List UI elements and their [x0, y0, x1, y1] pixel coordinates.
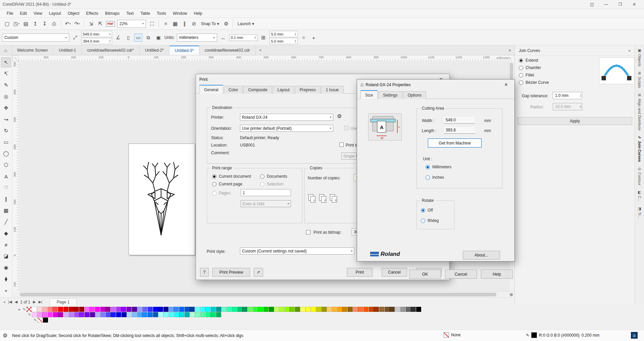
color-swatch[interactable]: [285, 307, 290, 312]
color-swatch[interactable]: [237, 307, 242, 312]
cancel-button[interactable]: Cancel: [382, 268, 407, 277]
show-rulers-icon[interactable]: ⌗: [161, 19, 170, 28]
color-swatch[interactable]: [185, 307, 190, 312]
cloud-upload-icon[interactable]: ↥: [31, 19, 40, 28]
open-icon[interactable]: ◳▾: [12, 19, 21, 28]
color-swatch[interactable]: [200, 307, 205, 312]
new-document-icon[interactable]: ▢: [3, 19, 11, 28]
spinner-icon[interactable]: ▴▾: [295, 40, 296, 43]
radio-icon[interactable]: [421, 219, 425, 223]
no-outline-swatch[interactable]: [38, 318, 43, 323]
color-swatch[interactable]: [132, 307, 137, 312]
current-page-button[interactable]: ▣: [154, 34, 162, 42]
color-swatch[interactable]: [42, 307, 47, 312]
color-swatch[interactable]: [137, 307, 142, 312]
artistic-media-tool[interactable]: ✎: [1, 80, 11, 90]
help-button[interactable]: ?: [200, 268, 209, 277]
color-swatch[interactable]: [85, 307, 90, 312]
radio-icon[interactable]: [260, 174, 264, 179]
color-swatch[interactable]: [58, 312, 63, 317]
options-gear-icon[interactable]: ⚙: [222, 19, 231, 28]
color-swatch[interactable]: [369, 307, 374, 312]
open-preview-icon[interactable]: ↗: [254, 268, 263, 277]
color-swatch[interactable]: [190, 307, 195, 312]
color-swatch[interactable]: [348, 307, 353, 312]
pages-field[interactable]: 1: [241, 189, 291, 196]
roland-tab-size[interactable]: Size: [360, 90, 378, 99]
zoom-tool[interactable]: ◎: [1, 92, 11, 102]
zoom-level-select[interactable]: 22%▾: [117, 20, 146, 28]
color-swatch[interactable]: [153, 307, 158, 312]
rotate-radio-off[interactable]: Off: [421, 208, 433, 213]
add-page-button[interactable]: +: [3, 300, 5, 304]
spiral-tool[interactable]: ↻: [1, 126, 11, 136]
doctab-0[interactable]: Welcome Screen: [12, 46, 53, 55]
color-swatch[interactable]: [137, 312, 142, 317]
color-swatch[interactable]: [132, 312, 137, 317]
color-swatch[interactable]: [290, 307, 295, 312]
color-swatch[interactable]: [385, 307, 390, 312]
color-swatch[interactable]: [390, 307, 395, 312]
color-swatch[interactable]: [148, 307, 153, 312]
color-swatch[interactable]: [48, 312, 53, 317]
orientation-select[interactable]: Use printer default (Portrait)▾: [240, 125, 333, 132]
ok-button[interactable]: OK: [409, 270, 441, 279]
menu-help[interactable]: Help: [191, 10, 206, 17]
color-swatch[interactable]: [163, 312, 168, 317]
color-swatch[interactable]: [53, 312, 58, 317]
menu-view[interactable]: View: [30, 10, 46, 17]
print-preview-button[interactable]: Print Preview: [212, 268, 250, 277]
radio-icon[interactable]: [212, 174, 216, 179]
menu-window[interactable]: Window: [169, 10, 191, 17]
doctab-4[interactable]: Untitled-3*: [169, 46, 199, 55]
color-swatch[interactable]: [163, 307, 168, 312]
smart-fill-tool[interactable]: ◆: [1, 228, 11, 238]
minimize-icon[interactable]: —: [599, 0, 613, 9]
radio-icon[interactable]: [426, 175, 430, 180]
interactive-fill-tool[interactable]: ⧫: [1, 274, 11, 284]
color-swatch[interactable]: [158, 307, 163, 312]
color-swatch[interactable]: [74, 307, 79, 312]
no-color-swatch[interactable]: [27, 307, 32, 312]
duplicate-y-field[interactable]: 5.0 mm▴▾: [269, 38, 298, 44]
pdf-icon[interactable]: PDF: [106, 21, 115, 26]
cutting-length-field[interactable]: 393.8: [444, 127, 475, 134]
last-page-button[interactable]: ▶|: [39, 300, 42, 304]
radio-icon[interactable]: [212, 191, 216, 195]
color-swatch[interactable]: [211, 307, 216, 312]
document-info-icon[interactable]: ▥: [631, 332, 638, 339]
color-swatch[interactable]: [100, 307, 105, 312]
menu-object[interactable]: Object: [64, 10, 83, 17]
radio-icon[interactable]: [519, 58, 523, 63]
print-as-bitmap-checkbox[interactable]: [306, 230, 310, 234]
color-swatch[interactable]: [42, 312, 47, 317]
pages-radio[interactable]: Pages:: [212, 191, 231, 195]
pan-tool[interactable]: ✥: [1, 103, 11, 113]
color-swatch[interactable]: [127, 312, 132, 317]
menu-text[interactable]: Text: [123, 10, 137, 17]
spinner-icon[interactable]: ▴▾: [109, 33, 110, 36]
color-swatch[interactable]: [395, 307, 400, 312]
parallel-drawing-tool[interactable]: ∥: [1, 194, 11, 204]
color-swatch[interactable]: [100, 312, 105, 317]
undo-icon[interactable]: ↶▾: [63, 19, 72, 28]
polygon-tool[interactable]: ⬠: [1, 160, 11, 170]
first-page-button[interactable]: |◀: [8, 300, 12, 304]
common-shapes-tool[interactable]: ♡: [1, 183, 11, 193]
side-tab-scripts[interactable]: ≣Scripts: [638, 71, 642, 88]
radio-icon[interactable]: [421, 208, 425, 213]
print-tab-color[interactable]: Color: [224, 86, 243, 94]
side-tab-objects[interactable]: ▣Objects: [638, 48, 642, 66]
color-swatch[interactable]: [105, 307, 110, 312]
print-icon[interactable]: ⎙: [50, 19, 58, 28]
nudge-field[interactable]: 0.1 mm▴▾: [229, 35, 257, 41]
shape-tool[interactable]: ↸: [1, 69, 11, 79]
pick-tool[interactable]: ↖: [1, 57, 11, 67]
color-swatch[interactable]: [305, 307, 310, 312]
ellipse-tool[interactable]: ◯: [1, 149, 11, 159]
color-swatch[interactable]: [416, 307, 421, 312]
color-swatch[interactable]: [190, 312, 195, 317]
close-icon[interactable]: ✕: [627, 0, 641, 9]
add-toolbar-item-button[interactable]: +: [310, 34, 318, 42]
color-swatch[interactable]: [148, 312, 153, 317]
